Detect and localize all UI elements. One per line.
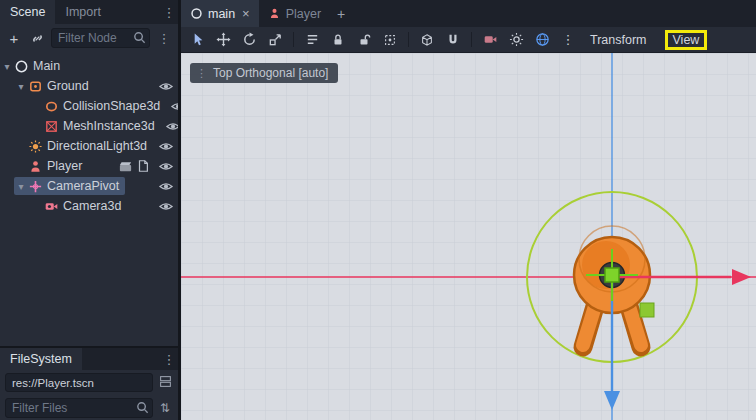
environment-icon [535,32,550,47]
filesystem-path-row [0,370,178,395]
expand-arrow-icon[interactable]: ▾ [14,181,28,192]
scene-dock-tabbar: Scene Import ⋮ [0,0,178,24]
visibility-eye-icon [158,159,174,174]
tree-row-camerapivot[interactable]: ▾ CameraPivot [0,176,178,196]
group-icon [383,33,397,47]
tab-filesystem[interactable]: FileSystem [0,348,82,370]
toggle-split-mode-button[interactable] [157,375,173,391]
tree-item-label: MeshInstance3d [63,119,155,133]
tab-filesystem-label: FileSystem [10,352,72,366]
extra-options-button[interactable]: ⋮ [560,32,576,48]
current-path-field[interactable] [5,373,153,392]
tree-item-label: CameraPivot [47,179,119,193]
file-filter [5,398,153,418]
group-button[interactable] [382,32,398,48]
tree-row-ground[interactable]: ▾ Ground [0,76,178,96]
add-node-button[interactable]: + [5,29,23,47]
expand-arrow-icon[interactable]: ▾ [14,81,28,92]
select-tool-icon [190,32,205,47]
scale-tool-icon [268,32,283,47]
plus-icon: + [10,30,19,47]
spatial-toolbar: ⋮ Transform View [181,27,756,53]
visibility-eye-icon [158,139,174,154]
visibility-toggle[interactable] [165,119,178,134]
preview-sun-button[interactable] [508,32,524,48]
current-path [5,373,153,392]
local-space-button[interactable] [419,32,435,48]
viewport-3d[interactable]: ⋮ Top Orthogonal [auto] [181,53,756,420]
tree-row-directionallight[interactable]: DirectionalLight3d [0,136,178,156]
scene-tab-player[interactable]: Player [259,0,330,27]
visibility-toggle[interactable] [158,139,174,154]
snap-toggle-button[interactable] [445,32,461,48]
lock-icon [331,33,345,47]
tree-item-label: Camera3d [63,199,121,213]
filesystem-dock: FileSystem ⋮ ⇅ [0,348,178,420]
sun-icon [509,32,524,47]
scene-dock-toolbar: + ⋮ [0,24,178,52]
scale-tool-button[interactable] [267,32,283,48]
camera-override-button[interactable] [482,32,498,48]
menu-dots-icon: ⋮ [562,32,575,47]
pivot-icon [28,179,43,194]
local-space-icon [420,33,434,47]
visibility-toggle[interactable] [158,159,174,174]
tree-item-label: DirectionalLight3d [47,139,147,153]
tree-item-label: Player [47,159,82,173]
filesystem-menu-button[interactable]: ⋮ [160,348,178,370]
tree-row-meshinstance[interactable]: MeshInstance3d [0,116,178,136]
expand-arrow-icon[interactable]: ▾ [0,61,14,72]
menu-dots-icon: ⋮ [158,31,171,46]
open-instance-button[interactable] [118,159,134,174]
scene-tab-main[interactable]: main × [181,0,259,27]
visibility-toggle[interactable] [158,199,174,214]
instance-clapper-icon [118,159,133,174]
tab-scene[interactable]: Scene [0,0,55,24]
script-button[interactable] [136,159,152,174]
tab-import[interactable]: Import [55,0,110,24]
visibility-toggle[interactable] [158,79,174,94]
view-menu[interactable]: View [665,30,708,50]
select-tool-button[interactable] [189,32,205,48]
tree-row-player[interactable]: Player [0,156,178,176]
tree-item-label: Main [33,59,60,73]
tab-scene-label: Scene [10,5,45,19]
visibility-toggle[interactable] [170,99,178,114]
rotate-tool-button[interactable] [241,32,257,48]
lock-button[interactable] [330,32,346,48]
gizmo-center-handle[interactable] [605,268,619,282]
close-tab-icon[interactable]: × [242,6,250,21]
visibility-toggle[interactable] [158,179,174,194]
move-tool-icon [216,32,231,47]
tree-row-camera3d[interactable]: Camera3d [0,196,178,216]
camera-icon [44,199,59,214]
file-filter-input[interactable] [5,398,153,418]
player-icon [268,7,281,20]
list-select-button[interactable] [304,32,320,48]
view-label-chip[interactable]: ⋮ Top Orthogonal [auto] [190,63,338,83]
gizmo-plane-handle[interactable] [640,303,654,317]
menu-dots-icon: ⋮ [163,5,176,20]
tree-row-main[interactable]: ▾ Main [0,56,178,76]
new-scene-tab-button[interactable]: + [330,0,352,27]
light-icon [28,139,43,154]
visibility-eye-icon [158,199,174,214]
viewport-canvas[interactable] [181,53,756,420]
preview-environment-button[interactable] [534,32,550,48]
tree-row-collisionshape[interactable]: CollisionShape3d [0,96,178,116]
plus-icon: + [337,6,345,22]
move-tool-button[interactable] [215,32,231,48]
file-sort-button[interactable]: ⇅ [157,401,173,415]
link-icon [30,31,45,46]
visibility-eye-icon [170,99,178,114]
list-select-icon [305,32,320,47]
scene-dock-menu-button[interactable]: ⋮ [160,0,178,24]
instance-scene-button[interactable] [28,29,46,47]
visibility-eye-icon [165,119,178,134]
scene-tabbar: main × Player + [181,0,756,27]
tree-item-label: CollisionShape3d [63,99,160,113]
transform-menu[interactable]: Transform [586,32,651,48]
spacer [111,0,160,24]
unlock-button[interactable] [356,32,372,48]
scene-tree-options-button[interactable]: ⋮ [155,31,173,46]
